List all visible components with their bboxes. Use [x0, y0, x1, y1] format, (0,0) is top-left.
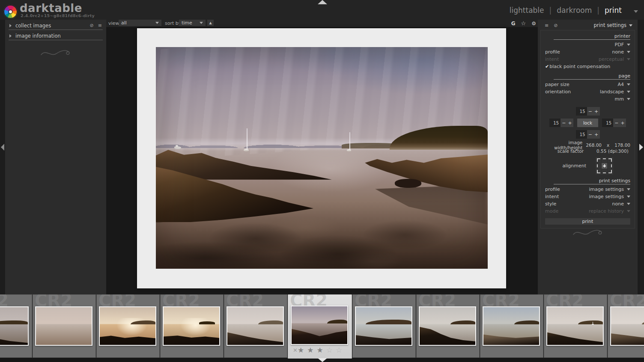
headland	[578, 320, 603, 324]
plus-icon[interactable]: +	[568, 120, 572, 126]
sort-by-select[interactable]: time	[179, 20, 206, 26]
view-filter-select[interactable]: all	[119, 20, 161, 26]
star-icon[interactable]: ★	[307, 347, 313, 354]
intent-label: intent	[545, 194, 559, 199]
printer-value: PDF	[615, 42, 624, 47]
presets-icon[interactable]: ≡	[98, 23, 102, 28]
filmstrip-thumbnail[interactable]: CR2	[33, 294, 96, 358]
print-button[interactable]: print	[545, 218, 630, 225]
reset-icon[interactable]: ⊘	[90, 23, 94, 28]
presets-icon[interactable]: ≡	[545, 23, 549, 28]
margin-left-spinner[interactable]: 15 − +	[549, 119, 573, 127]
view-lighttable[interactable]: lighttable	[510, 6, 544, 15]
left-edge-strip	[0, 20, 5, 294]
plus-icon[interactable]: +	[594, 132, 598, 137]
dropdown-caret-icon	[627, 203, 630, 205]
star-icon[interactable]: ★	[316, 347, 323, 354]
star-icon[interactable]: ☆	[326, 347, 333, 354]
color-labels-icon[interactable]: ☆	[521, 20, 526, 27]
reject-icon[interactable]: ✕	[293, 347, 298, 353]
panel-collapse-right-button[interactable]	[639, 144, 643, 151]
plus-icon[interactable]: +	[621, 120, 625, 126]
alignment-bottom-right-button[interactable]	[608, 169, 613, 175]
unit-row[interactable]: mm	[541, 95, 635, 103]
margin-bottom-spinner[interactable]: 15 − +	[576, 130, 600, 139]
preferences-gear-icon[interactable]: ⚙	[531, 21, 536, 27]
thumbnail-scene	[483, 307, 539, 345]
print-settings-section-header: print settings	[554, 176, 630, 184]
filmstrip-thumbnail[interactable]: CR2	[352, 294, 416, 358]
image-information-module-header[interactable]: image information	[9, 32, 103, 40]
alignment-top-right-button[interactable]	[608, 157, 613, 163]
minus-icon[interactable]: −	[588, 109, 592, 114]
alignment-top-button[interactable]	[602, 157, 607, 163]
plus-icon[interactable]: +	[594, 109, 598, 114]
filmstrip-thumbnail[interactable]: CR2	[416, 294, 480, 358]
printer-section-header: printer	[554, 32, 630, 40]
scale-factor-row: scale factor 0.55 (dpi:300)	[541, 148, 635, 154]
thumbnail-scene	[611, 307, 644, 345]
expander-icon	[9, 24, 12, 27]
mode-value: replace history	[589, 208, 624, 214]
minus-icon[interactable]: −	[588, 132, 592, 137]
filmstrip-thumbnail[interactable]: CR2	[480, 294, 543, 358]
alignment-bottom-button[interactable]	[602, 169, 607, 175]
filmstrip-thumbnail[interactable]: CR2	[96, 294, 160, 358]
alignment-center-button[interactable]	[602, 163, 607, 169]
reset-icon[interactable]: ⊘	[554, 23, 558, 28]
profile-value: image settings	[589, 187, 624, 192]
minus-icon[interactable]: −	[614, 120, 618, 126]
dropdown-caret-icon	[200, 22, 203, 24]
margin-bottom-value[interactable]: 15	[576, 130, 587, 139]
sailboat	[592, 322, 594, 325]
panel-collapse-bottom-button[interactable]	[318, 358, 327, 362]
paper-size-row[interactable]: paper size A4	[541, 81, 635, 88]
filmstrip-thumbnail[interactable]: CR2 ✕ ★★★☆☆	[288, 294, 352, 359]
alignment-bottom-left-button[interactable]	[596, 169, 601, 175]
collect-images-module-header[interactable]: collect images ⊘ ≡	[9, 21, 103, 30]
margin-left-value[interactable]: 15	[549, 119, 561, 127]
page-section-header: page	[554, 71, 630, 80]
alignment-left-button[interactable]	[596, 163, 601, 169]
minus-icon[interactable]: −	[562, 120, 566, 126]
star-icon[interactable]: ☆	[336, 347, 342, 354]
alignment-right-button[interactable]	[608, 163, 613, 169]
headland	[0, 320, 28, 324]
filmstrip-thumbnail[interactable]: CR2	[544, 294, 607, 358]
margins-lock-button[interactable]: lock	[577, 119, 598, 127]
checkbox-checked-icon[interactable]: ✔	[545, 64, 549, 69]
alignment-top-left-button[interactable]	[596, 157, 601, 163]
filmstrip-thumbnail[interactable]: CR2	[160, 294, 224, 358]
margin-top-spinner[interactable]: 15 − +	[576, 107, 600, 116]
output-intent-row[interactable]: intent image settings	[541, 193, 635, 200]
headland	[642, 320, 644, 324]
window-menu-caret-icon[interactable]	[634, 10, 638, 13]
orientation-row[interactable]: orientation landscape	[541, 88, 635, 95]
panel-collapse-top-button[interactable]	[318, 0, 327, 4]
printer-profile-row[interactable]: profile none	[541, 48, 635, 56]
printer-select-row[interactable]: PDF	[541, 41, 635, 48]
style-row[interactable]: style none	[541, 200, 635, 208]
filmstrip-thumbnail[interactable]: CR2	[224, 294, 287, 358]
output-profile-row[interactable]: profile image settings	[541, 186, 635, 193]
view-darkroom[interactable]: darkroom	[557, 6, 592, 15]
margin-right-spinner[interactable]: 15 − +	[602, 119, 626, 127]
thumbnail-image	[483, 306, 540, 346]
grouping-icon[interactable]: G	[511, 21, 516, 27]
panel-title[interactable]: print settings	[593, 22, 626, 28]
margin-right-value[interactable]: 15	[602, 119, 613, 127]
foreground-rocks	[356, 328, 411, 345]
thumbnail-image	[99, 306, 156, 346]
thumbnail-scene	[227, 307, 283, 345]
black-point-compensation-row[interactable]: ✔ black point compensation	[541, 63, 635, 70]
sort-direction-button[interactable]: ▲	[207, 20, 214, 26]
star-icon[interactable]: ★	[298, 347, 304, 354]
left-panel: collect images ⊘ ≡ image information	[5, 20, 106, 294]
filmstrip-thumbnail[interactable]: CR2	[608, 294, 644, 358]
panel-collapse-left-button[interactable]	[1, 144, 4, 151]
black-point-compensation-label: black point compensation	[549, 64, 610, 69]
filmstrip-thumbnail[interactable]: CR2	[0, 294, 32, 358]
margin-top-value[interactable]: 15	[576, 107, 587, 116]
view-print[interactable]: print	[605, 6, 622, 15]
dropdown-caret-icon	[627, 58, 630, 60]
